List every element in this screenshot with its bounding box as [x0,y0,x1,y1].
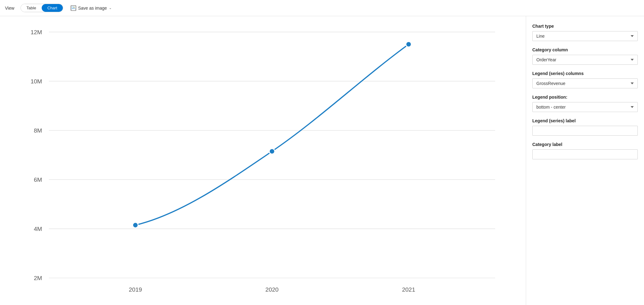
legend-position-section: Legend position: bottom - center top - c… [532,95,638,112]
category-column-dropdown-wrapper: OrderYear [532,55,638,65]
save-image-chevron-icon: ⌄ [109,6,112,10]
data-point-2019 [133,223,138,228]
chart-area: 12M 10M 8M 6M 4M 2M 2019 2020 2021 [0,16,526,305]
svg-text:2020: 2020 [265,286,278,293]
svg-text:4M: 4M [34,226,42,232]
legend-series-columns-select[interactable]: GrossRevenue [532,78,638,88]
chart-type-section: Chart type Line Bar Column Pie [532,24,638,41]
category-column-section: Category column OrderYear [532,47,638,65]
view-label: View [5,6,14,11]
legend-position-label: Legend position: [532,95,638,100]
legend-series-label-input[interactable] [532,126,638,136]
legend-series-label-section: Legend (series) label [532,118,638,136]
svg-text:10M: 10M [30,78,42,85]
category-label-input[interactable] [532,149,638,159]
data-point-2021 [406,42,412,47]
svg-text:6M: 6M [34,176,42,183]
svg-point-2 [73,7,74,7]
svg-text:2M: 2M [34,275,42,281]
save-image-icon [71,5,76,11]
data-point-2020 [269,148,275,154]
legend-series-columns-dropdown-wrapper: GrossRevenue [532,78,638,88]
chart-type-label: Chart type [532,24,638,29]
chart-container: 12M 10M 8M 6M 4M 2M 2019 2020 2021 [12,22,513,305]
chart-btn[interactable]: Chart [42,4,63,12]
table-btn[interactable]: Table [21,4,42,12]
chart-type-dropdown-wrapper: Line Bar Column Pie [532,31,638,41]
chart-type-select[interactable]: Line Bar Column Pie [532,31,638,41]
legend-series-columns-label: Legend (series) columns [532,71,638,76]
legend-position-dropdown-wrapper: bottom - center top - center left right [532,102,638,112]
legend-series-columns-section: Legend (series) columns GrossRevenue [532,71,638,88]
svg-text:2019: 2019 [129,286,142,293]
category-column-select[interactable]: OrderYear [532,55,638,65]
toolbar: View Table Chart Save as image ⌄ [0,0,644,16]
category-label-label: Category label [532,142,638,147]
save-image-button[interactable]: Save as image ⌄ [68,4,114,12]
category-column-label: Category column [532,47,638,52]
right-panel: Chart type Line Bar Column Pie Category … [526,16,644,305]
svg-text:8M: 8M [34,127,42,134]
legend-series-label-label: Legend (series) label [532,118,638,123]
category-label-section: Category label [532,142,638,159]
chart-svg: 12M 10M 8M 6M 4M 2M 2019 2020 2021 [12,22,513,305]
main-content: 12M 10M 8M 6M 4M 2M 2019 2020 2021 [0,16,644,305]
svg-text:12M: 12M [30,29,42,35]
svg-text:2021: 2021 [402,286,415,293]
save-image-label: Save as image [78,6,107,11]
legend-position-select[interactable]: bottom - center top - center left right [532,102,638,112]
view-toggle-group: Table Chart [21,4,63,12]
